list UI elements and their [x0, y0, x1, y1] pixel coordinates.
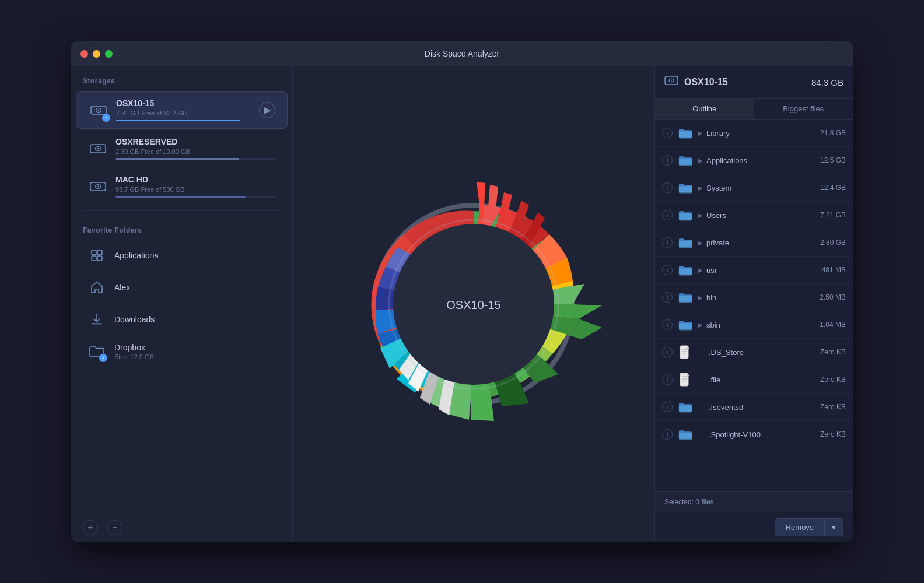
file-item[interactable]: i ▶ bin 2.50 MB — [655, 284, 853, 311]
file-size: 1.04 MB — [820, 321, 846, 329]
file-name: ▶ Applications — [698, 156, 816, 165]
chart-center-text: OSX10-15 — [446, 298, 501, 311]
file-item[interactable]: i .file Zero KB — [655, 366, 853, 394]
file-item[interactable]: i .fseventsd Zero KB — [655, 394, 853, 421]
check-badge: ✓ — [102, 114, 110, 122]
file-name: .DS_Store — [698, 348, 816, 357]
maximize-button[interactable] — [105, 50, 113, 58]
traffic-lights — [80, 50, 113, 58]
remove-button-group: Remove ▼ — [775, 518, 844, 536]
storage-bar-fill — [116, 158, 239, 160]
file-size: 2.80 GB — [820, 238, 846, 247]
file-name-text: bin — [706, 293, 716, 302]
file-name: ▶ Users — [698, 211, 816, 220]
storage-list: ✓ OSX10-15 7.91 GB Free of 92.2 GB ▶ OSX… — [71, 90, 292, 206]
file-name: ▶ Library — [698, 129, 816, 138]
fav-icon-downloads — [88, 310, 106, 329]
file-size: Zero KB — [820, 375, 846, 384]
file-info-button[interactable]: i — [662, 265, 673, 275]
file-size: Zero KB — [820, 348, 846, 356]
titlebar: Disk Space Analyzer — [71, 41, 853, 66]
storage-sub: 93.7 GB Free of 500 GB — [116, 186, 276, 193]
chevron-icon: ▶ — [698, 240, 703, 246]
storage-item-osx10-15[interactable]: ✓ OSX10-15 7.91 GB Free of 92.2 GB ▶ — [76, 91, 288, 129]
file-info-button[interactable]: i — [662, 347, 673, 357]
fav-icon-alex — [88, 278, 106, 297]
file-size: Zero KB — [820, 403, 846, 411]
file-name-text: sbin — [706, 321, 720, 329]
file-name-text: private — [706, 238, 729, 247]
fav-item-alex[interactable]: Alex — [76, 272, 288, 303]
file-item[interactable]: i ▶ usr 481 MB — [655, 257, 853, 284]
file-size: 21.8 GB — [820, 129, 846, 137]
file-info-button[interactable]: i — [662, 292, 673, 303]
add-folder-button[interactable]: + — [83, 520, 98, 535]
storage-item-mac-hd[interactable]: MAC HD 93.7 GB Free of 500 GB — [76, 168, 288, 205]
selected-files-label: Selected: 0 files — [664, 498, 714, 506]
file-name: .fseventsd — [698, 403, 816, 412]
storage-name: OSX10-15 — [116, 99, 252, 108]
file-info-button[interactable]: i — [662, 319, 673, 330]
file-name: ▶ sbin — [698, 321, 815, 329]
fav-info-alex: Alex — [114, 283, 276, 292]
storage-bar — [116, 158, 276, 160]
file-info-button[interactable]: i — [662, 182, 673, 193]
storage-icon-osx10-15: ✓ — [88, 100, 109, 121]
play-button[interactable]: ▶ — [259, 102, 275, 118]
close-button[interactable] — [80, 50, 88, 58]
sidebar-bottom-actions: + − — [71, 513, 292, 542]
svg-rect-12 — [97, 256, 102, 261]
file-name: ▶ bin — [698, 293, 815, 302]
chevron-icon: ▶ — [698, 185, 703, 191]
file-info-button[interactable]: i — [662, 429, 673, 440]
fav-icon-applications — [88, 246, 106, 265]
file-info-button[interactable]: i — [662, 237, 673, 248]
storage-info-osx10-15: OSX10-15 7.91 GB Free of 92.2 GB — [116, 99, 252, 121]
storage-item-osxreserved[interactable]: OSXRESERVED 2.30 GB Free of 10.00 GB — [76, 130, 288, 167]
tab-biggest-files[interactable]: Biggest files — [754, 99, 853, 119]
file-item[interactable]: i ▶ Users 7.21 GB — [655, 202, 853, 229]
storage-info-osxreserved: OSXRESERVED 2.30 GB Free of 10.00 GB — [116, 137, 276, 160]
file-item[interactable]: i .DS_Store Zero KB — [655, 339, 853, 366]
chevron-icon: ▶ — [698, 294, 703, 301]
file-icon — [677, 180, 694, 196]
file-info-button[interactable]: i — [662, 402, 673, 412]
remove-button[interactable]: Remove — [775, 518, 825, 536]
file-icon — [677, 289, 694, 305]
fav-name: Applications — [114, 251, 276, 260]
fav-item-dropbox[interactable]: ✓ Dropbox Size: 12.9 GB — [76, 336, 288, 367]
svg-point-2 — [98, 109, 99, 110]
file-item[interactable]: i ▶ Applications 12.5 GB — [655, 147, 853, 174]
minimize-button[interactable] — [93, 50, 100, 58]
sidebar: Storages ✓ OSX10-15 7.91 GB Free of 92.2… — [71, 66, 293, 542]
remove-dropdown-button[interactable]: ▼ — [825, 518, 844, 536]
right-panel-actions: Remove ▼ — [655, 512, 853, 542]
file-item[interactable]: i ▶ Library 21.8 GB — [655, 120, 853, 147]
file-name-text: usr — [706, 266, 717, 275]
file-icon — [677, 152, 694, 168]
favorites-label: Favorite Folders — [71, 216, 292, 239]
file-info-button[interactable]: i — [662, 374, 673, 385]
file-item[interactable]: i ▶ private 2.80 GB — [655, 229, 853, 257]
file-info-button[interactable]: i — [662, 155, 673, 166]
file-item[interactable]: i .Spotlight-V100 Zero KB — [655, 421, 853, 448]
storage-icon-mac-hd — [88, 176, 108, 197]
fav-item-applications[interactable]: Applications — [76, 240, 288, 271]
tab-outline[interactable]: Outline — [655, 99, 754, 119]
file-icon — [677, 317, 694, 333]
file-size: Zero KB — [820, 430, 846, 438]
file-info-button[interactable]: i — [662, 210, 673, 220]
remove-folder-button[interactable]: − — [107, 520, 123, 535]
file-item[interactable]: i ▶ sbin 1.04 MB — [655, 311, 853, 339]
fav-info-applications: Applications — [114, 251, 276, 260]
file-item[interactable]: i ▶ System 12.4 GB — [655, 174, 853, 202]
file-name-text: System — [706, 184, 732, 192]
file-info-button[interactable]: i — [662, 128, 673, 138]
file-icon — [677, 125, 694, 141]
right-panel-header: OSX10-15 84.3 GB — [655, 66, 853, 99]
fav-item-downloads[interactable]: Downloads — [76, 304, 288, 335]
disk-icon — [664, 75, 678, 90]
right-panel-footer: Selected: 0 files — [655, 491, 853, 512]
divider-1 — [83, 210, 281, 211]
file-name-text: Applications — [706, 156, 747, 165]
